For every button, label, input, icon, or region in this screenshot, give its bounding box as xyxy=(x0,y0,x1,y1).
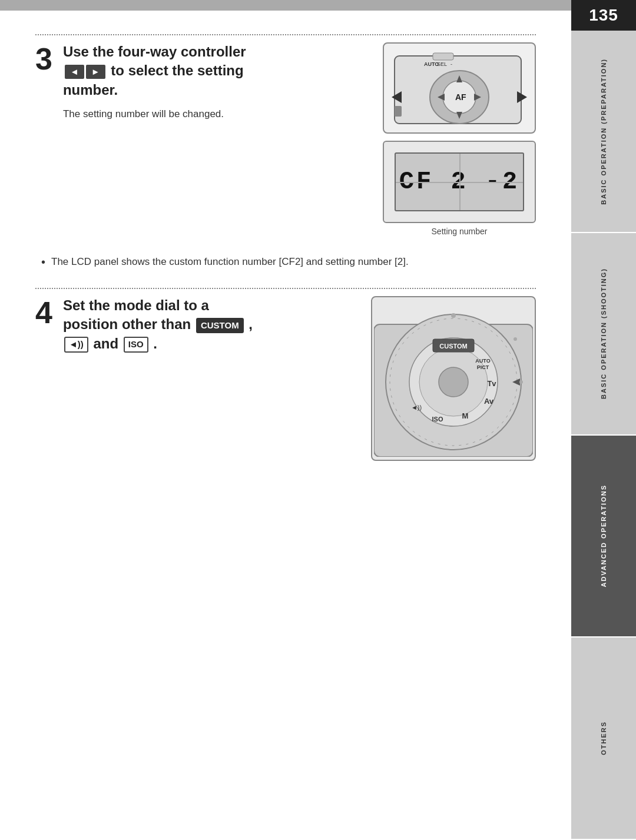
left-arrow-btn: ◄ xyxy=(65,65,84,79)
sidebar-tab-advanced: ADVANCED OPERATIONS xyxy=(571,436,636,638)
svg-rect-13 xyxy=(395,106,402,117)
section-3-body: The setting number will be changed. xyxy=(63,107,371,122)
sound-badge: ◄)) xyxy=(64,337,88,352)
svg-point-20 xyxy=(439,367,468,397)
right-arrow-btn: ► xyxy=(86,65,105,79)
svg-text:◄)): ◄)) xyxy=(411,404,422,411)
lcd-screen: CF 2 -2 xyxy=(395,152,524,211)
page-number: 135 xyxy=(589,6,618,25)
svg-rect-14 xyxy=(433,53,453,60)
section-4-number: 4 xyxy=(35,297,52,328)
sidebar-tab-label-basic-prep: BASIC OPERATION (PREPARATION) xyxy=(600,58,607,205)
section-4-comma: , xyxy=(249,316,253,332)
svg-text:Av: Av xyxy=(484,397,494,406)
svg-text:ISO: ISO xyxy=(432,416,443,423)
section-4-images: CUSTOM AUTO PICT Tv Av M ISO ◄)) xyxy=(371,296,536,461)
lcd-image: CF 2 -2 xyxy=(383,141,536,223)
section-4-heading-line2: position other than xyxy=(63,316,191,332)
svg-point-31 xyxy=(451,313,456,318)
sidebar-tab-label-advanced: ADVANCED OPERATIONS xyxy=(600,484,607,587)
svg-point-32 xyxy=(514,337,517,341)
section-4-period: . xyxy=(153,336,157,351)
svg-text:PICT: PICT xyxy=(477,364,489,370)
svg-text:Tv: Tv xyxy=(487,379,496,388)
section-3-heading-line1: Use the four-way controller xyxy=(63,44,246,59)
main-content: 3 Use the four-way controller ◄ ► to sel… xyxy=(0,11,565,840)
mode-dial-svg: CUSTOM AUTO PICT Tv Av M ISO ◄)) xyxy=(374,301,533,457)
sidebar-tab-label-basic-shoot: BASIC OPERATION (SHOOTING) xyxy=(600,268,607,399)
section-4-text: Set the mode dial to a position other th… xyxy=(63,296,371,360)
section-4-heading: Set the mode dial to a position other th… xyxy=(63,296,359,353)
section-3-heading: Use the four-way controller ◄ ► to selec… xyxy=(63,42,371,99)
sidebar-tab-others: OTHERS xyxy=(571,638,636,840)
section-4: 4 Set the mode dial to a position other … xyxy=(35,288,536,461)
section-4-and: and xyxy=(93,336,118,351)
bullet-dot: • xyxy=(41,254,45,270)
iso-badge: ISO xyxy=(124,337,148,352)
right-sidebar: BASIC OPERATION (PREPARATION) BASIC OPER… xyxy=(571,31,636,840)
top-bar xyxy=(0,0,571,11)
section-3-images: AUTO SEL - AF xyxy=(383,42,536,236)
page-number-badge: 135 xyxy=(571,0,636,31)
section-3-text: Use the four-way controller ◄ ► to selec… xyxy=(63,42,383,122)
svg-text:M: M xyxy=(462,411,469,420)
svg-text:CUSTOM: CUSTOM xyxy=(439,343,467,350)
svg-marker-12 xyxy=(517,91,527,103)
bullet-text: The LCD panel shows the custom function … xyxy=(51,254,409,270)
svg-point-33 xyxy=(519,380,523,384)
svg-text:AF: AF xyxy=(455,92,466,102)
mode-dial-image: CUSTOM AUTO PICT Tv Av M ISO ◄)) xyxy=(371,296,536,461)
svg-text:AUTO: AUTO xyxy=(475,358,490,364)
controller-svg: AUTO SEL - AF xyxy=(389,47,530,130)
section-4-heading-line1: Set the mode dial to a xyxy=(63,297,209,313)
lcd-grid xyxy=(396,154,523,210)
section-3-heading-line3: number. xyxy=(63,82,118,98)
setting-number-label: Setting number xyxy=(383,227,536,236)
sidebar-tab-basic-prep: BASIC OPERATION (PREPARATION) xyxy=(571,31,636,233)
svg-text:SEL: SEL xyxy=(437,61,447,67)
bullet-section: • The LCD panel shows the custom functio… xyxy=(35,254,536,270)
custom-badge: CUSTOM xyxy=(196,318,244,333)
section-3: 3 Use the four-way controller ◄ ► to sel… xyxy=(35,34,536,236)
section-3-heading-line2: to select the setting xyxy=(111,62,243,78)
controller-image: AUTO SEL - AF xyxy=(383,42,536,134)
lcd-container: CF 2 -2 Setting number xyxy=(383,141,536,236)
sidebar-tab-label-others: OTHERS xyxy=(600,721,607,755)
svg-text:-: - xyxy=(450,61,452,67)
arrows-group: ◄ ► xyxy=(65,65,105,79)
sidebar-tab-basic-shoot: BASIC OPERATION (SHOOTING) xyxy=(571,233,636,436)
section-3-number: 3 xyxy=(35,44,52,74)
